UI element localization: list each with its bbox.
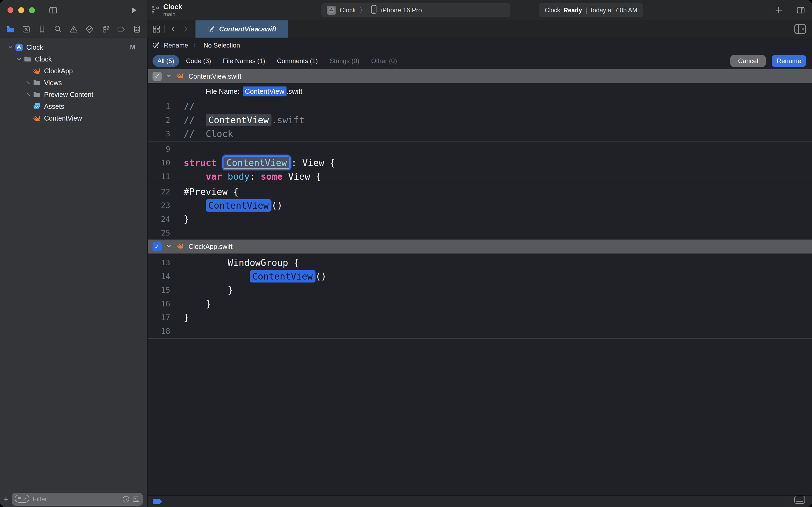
filter-tab-file[interactable]: File Names (1)	[218, 55, 270, 67]
code-token: ()	[272, 200, 283, 211]
editor-area: Rename 〉 No Selection All (5)Code (3)Fil…	[147, 38, 812, 507]
file-checkbox: ✓	[153, 72, 162, 81]
code-text: }	[170, 298, 211, 309]
divider	[164, 25, 165, 33]
editor-bottom-bar	[148, 496, 812, 507]
code-token: // Clock	[184, 128, 233, 139]
tab-bar-row: ContentView.swift	[0, 20, 812, 38]
chevron-down-icon[interactable]	[15, 56, 23, 62]
related-items-grid-icon[interactable]	[151, 23, 162, 35]
file-name-highlight[interactable]: ContentView	[243, 87, 287, 97]
tab-contentview-swift[interactable]: ContentView.swift	[195, 20, 288, 38]
code-token: : View {	[291, 157, 335, 168]
add-file-button[interactable]: +	[0, 494, 12, 504]
scheme-selector[interactable]: Clock 〉 iPhone 16 Pro	[322, 3, 511, 17]
toggle-navigator-icon[interactable]	[48, 5, 59, 15]
filter-options-icon[interactable]	[14, 494, 30, 504]
test-navigator-icon[interactable]	[84, 23, 95, 35]
code-text: ContentView()	[170, 271, 327, 282]
code-token: //	[184, 115, 206, 125]
code-token	[184, 171, 206, 182]
toggle-debug-area-icon[interactable]	[794, 495, 806, 505]
file-section-title: ContentView.swift	[188, 72, 241, 80]
issue-navigator-icon[interactable]	[68, 23, 79, 35]
toggle-inspector-icon[interactable]	[795, 5, 806, 15]
go-forward-icon[interactable]	[180, 24, 190, 34]
cancel-button[interactable]: Cancel	[731, 55, 766, 67]
bookmark-navigator-icon[interactable]	[37, 23, 47, 35]
debug-navigator-icon[interactable]	[100, 23, 111, 35]
activity-status: Clock: Ready | Today at 7:05 AM	[539, 3, 643, 17]
status-state: Ready	[564, 7, 582, 14]
sidebar-item-clock[interactable]: ClockM	[0, 41, 147, 53]
code-token: ()	[315, 271, 327, 282]
file-checkbox[interactable]: ✓	[153, 242, 162, 251]
run-button[interactable]	[128, 5, 139, 15]
breakpoint-navigator-icon[interactable]	[116, 23, 126, 35]
code-line: 14 ContentView()	[148, 269, 812, 283]
swift-icon	[176, 71, 184, 81]
sidebar-item-preview-content[interactable]: Preview Content	[0, 89, 147, 101]
minimize-window-button[interactable]	[18, 7, 24, 13]
rename-field-token[interactable]: ContentView	[224, 157, 289, 169]
library-plus-icon[interactable]	[773, 5, 784, 15]
code-token: }	[184, 285, 233, 295]
sidebar-item-clock[interactable]: Clock	[0, 53, 147, 65]
split-editor-icon[interactable]	[794, 23, 807, 36]
code-token: :	[250, 171, 261, 182]
breadcrumb-selection[interactable]: No Selection	[204, 42, 240, 49]
sidebar-item-clockapp[interactable]: ClockApp	[0, 65, 147, 77]
close-window-button[interactable]	[7, 7, 13, 13]
code-text: WindowGroup {	[170, 257, 299, 268]
file-section-title: ClockApp.swift	[188, 243, 233, 250]
scheme-name[interactable]: Clock	[340, 6, 356, 14]
filter-tab-all[interactable]: All (5)	[153, 55, 179, 67]
code-line: 23 ContentView()	[148, 199, 812, 212]
chevron-down-icon[interactable]	[166, 243, 172, 250]
code-token: View {	[288, 171, 321, 182]
sidebar-item-views[interactable]: Views	[0, 77, 147, 89]
source-control-navigator-icon[interactable]	[21, 23, 32, 35]
file-name-row: File Name:ContentView.swift	[148, 83, 812, 99]
zoom-window-button[interactable]	[29, 7, 35, 13]
folder-icon	[23, 55, 32, 63]
folder-icon	[32, 91, 41, 99]
chevron-down-icon[interactable]	[6, 45, 14, 50]
code-token	[184, 200, 206, 211]
breadcrumb-scope[interactable]: Rename	[164, 42, 188, 49]
sidebar-item-contentview[interactable]: ContentView	[0, 112, 147, 124]
filter-tab-strings: Strings (0)	[325, 55, 364, 67]
code-block: 13 WindowGroup {14 ContentView()15 }16 }…	[148, 253, 812, 339]
filter-tab-comments[interactable]: Comments (1)	[272, 55, 323, 67]
breadcrumb-separator: 〉	[193, 42, 199, 49]
sidebar-item-label: ContentView	[44, 114, 82, 122]
line-number: 9	[148, 145, 170, 154]
go-back-icon[interactable]	[169, 24, 178, 34]
filter-tab-code[interactable]: Code (3)	[181, 55, 216, 67]
filter-input[interactable]	[32, 495, 120, 503]
code-token: body	[228, 171, 250, 182]
run-destination[interactable]: iPhone 16 Pro	[381, 6, 422, 14]
swift-icon	[32, 114, 41, 122]
code-token: .swift	[272, 115, 304, 125]
sidebar-item-assets[interactable]: Assets	[0, 101, 147, 112]
rename-button[interactable]: Rename	[772, 55, 806, 67]
project-navigator-icon[interactable]	[5, 23, 15, 35]
chevron-down-icon[interactable]	[166, 72, 172, 80]
chevron-right-icon[interactable]	[24, 92, 32, 97]
source-control-status-icon[interactable]	[132, 495, 140, 503]
code-range-separator	[148, 183, 812, 185]
file-section-header: ✓ClockApp.swift	[148, 239, 812, 253]
tab-bar: ContentView.swift	[147, 20, 812, 38]
iphone-icon	[371, 5, 377, 15]
divider	[786, 496, 786, 507]
filter-field[interactable]	[12, 493, 143, 506]
code-range-separator	[148, 338, 812, 339]
chevron-right-icon[interactable]	[24, 80, 32, 86]
recent-files-clock-icon[interactable]	[122, 495, 130, 503]
find-navigator-icon[interactable]	[52, 23, 63, 35]
code-line: 3// Clock	[148, 127, 812, 140]
report-navigator-icon[interactable]	[131, 23, 142, 35]
breakpoint-toggle-icon[interactable]	[153, 498, 163, 505]
window-controls	[7, 7, 35, 13]
